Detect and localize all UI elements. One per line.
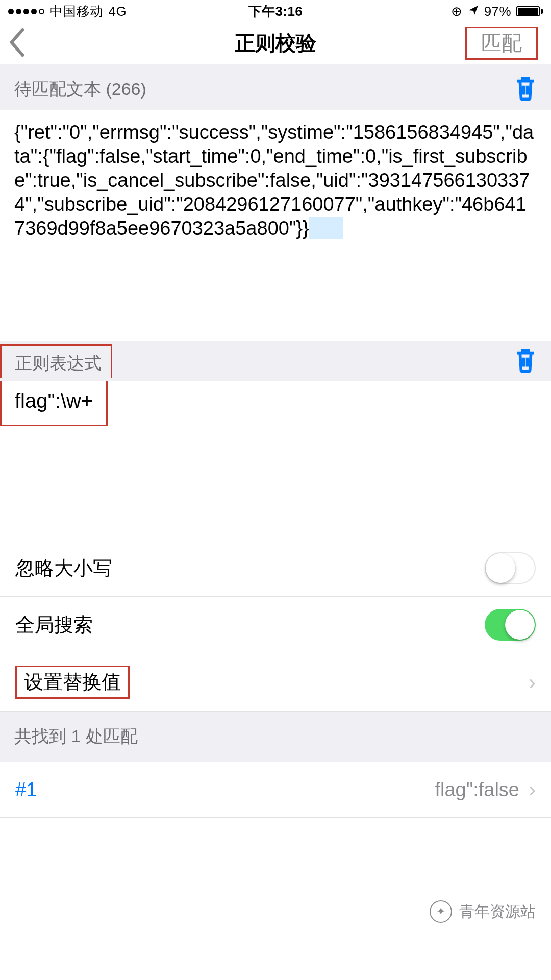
global-search-label: 全局搜索 <box>15 612 93 638</box>
battery-icon <box>516 6 543 16</box>
global-search-toggle[interactable] <box>485 609 536 641</box>
back-button[interactable] <box>6 28 30 59</box>
input-text-area[interactable]: {"ret":"0","errmsg":"success","systime":… <box>0 110 551 335</box>
input-section-header: 待匹配文本 (266) <box>0 64 551 110</box>
result-value: flag":false › <box>435 777 536 802</box>
clock: 下午3:16 <box>248 3 303 20</box>
text-cursor <box>309 217 343 239</box>
ignore-case-row: 忽略大小写 <box>0 540 551 596</box>
regex-section-header: 正则表达式 <box>0 341 551 381</box>
nav-bar: 正则校验 匹配 <box>0 22 551 64</box>
options-list: 忽略大小写 全局搜索 设置替换值 › 共找到 1 处匹配 #1 flag":fa… <box>0 540 551 818</box>
input-label: 待匹配文本 (266) <box>14 78 146 101</box>
orientation-lock-icon: ⊕ <box>451 4 462 19</box>
wechat-icon: ✦ <box>430 900 452 923</box>
trash-icon <box>514 76 537 101</box>
location-icon <box>468 4 479 19</box>
trash-icon <box>514 348 537 373</box>
page-title: 正则校验 <box>235 29 316 57</box>
input-text-content: {"ret":"0","errmsg":"success","systime":… <box>14 121 534 239</box>
set-replace-label: 设置替换值 <box>15 666 130 699</box>
clear-regex-button[interactable] <box>514 348 537 375</box>
match-button[interactable]: 匹配 <box>465 27 538 60</box>
signal-dots-icon <box>8 9 44 14</box>
chevron-right-icon: › <box>529 777 536 802</box>
ignore-case-label: 忽略大小写 <box>15 555 112 581</box>
results-header: 共找到 1 处匹配 <box>0 711 551 762</box>
watermark-text: 青年资源站 <box>459 901 536 922</box>
chevron-right-icon: › <box>529 670 536 695</box>
global-search-row: 全局搜索 <box>0 596 551 653</box>
result-index: #1 <box>15 779 37 801</box>
battery-percent: 97% <box>484 4 511 19</box>
status-left: 中国移动 4G <box>8 3 127 20</box>
network-label: 4G <box>109 4 127 19</box>
watermark: ✦ 青年资源站 <box>430 900 536 923</box>
ignore-case-toggle[interactable] <box>485 552 536 584</box>
regex-input[interactable]: flag":\w+ <box>0 381 108 426</box>
clear-input-button[interactable] <box>514 76 537 103</box>
regex-label: 正则表达式 <box>0 344 112 378</box>
status-bar: 中国移动 4G 下午3:16 ⊕ 97% <box>0 0 551 22</box>
set-replace-row[interactable]: 设置替换值 › <box>0 653 551 711</box>
result-item[interactable]: #1 flag":false › <box>0 762 551 818</box>
carrier-label: 中国移动 <box>49 3 104 20</box>
status-right: ⊕ 97% <box>451 4 543 19</box>
